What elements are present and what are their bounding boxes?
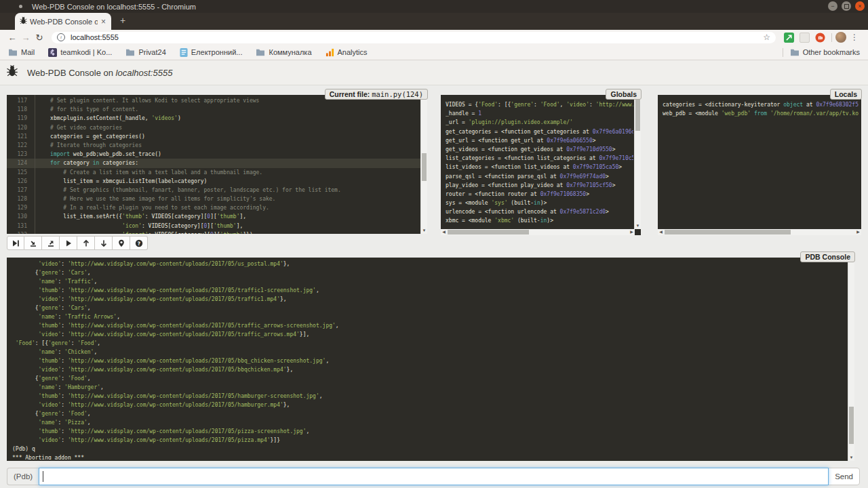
globals-line: get_categories = <function get_categorie… <box>446 127 633 136</box>
console-line: 'video': 'http://www.vidsplay.com/wp-con… <box>12 295 846 304</box>
up-button[interactable] <box>77 236 95 250</box>
globals-view: VIDEOS = {'Food': [{'genre': 'Food', 'vi… <box>446 100 633 228</box>
where-button[interactable] <box>113 236 130 250</box>
scroll-down-icon[interactable]: ▼ <box>421 228 427 234</box>
maximize-button[interactable] <box>842 1 851 11</box>
globals-line: sys = <module 'sys' (built-in)> <box>446 199 633 207</box>
scrollbar-thumb[interactable] <box>448 230 529 235</box>
console-line: 'thumb': 'http://www.vidsplay.com/wp-con… <box>12 357 846 365</box>
bookmark-item[interactable]: Коммуналка <box>256 48 311 56</box>
globals-line: get_url = <function get_url at 0x7f9e6a0… <box>446 136 633 145</box>
help-button[interactable]: ? <box>130 236 148 250</box>
other-bookmarks-button[interactable]: Other bookmarks <box>790 48 860 56</box>
console-line: 'name': 'Chicken', <box>12 348 846 357</box>
console-line: 'thumb': 'http://www.vidsplay.com/wp-con… <box>12 286 846 295</box>
scroll-right-icon[interactable]: ▶ <box>855 229 861 235</box>
pdb-console-label: PDB Console <box>800 251 855 262</box>
folder-icon <box>125 48 135 56</box>
source-line: 124 for category in categories: <box>7 159 420 167</box>
folder-icon <box>790 48 800 56</box>
globals-line: xbmc = <module 'xbmc' (built-in)> <box>446 216 633 225</box>
scrollbar-thumb[interactable] <box>849 407 854 444</box>
source-line: 123 import web_pdb;web_pdb.set_trace() <box>7 150 420 159</box>
minimize-icon: − <box>831 3 834 9</box>
file-panel-vscrollbar[interactable]: ▼ <box>420 95 427 234</box>
bookmark-item[interactable]: teamkodi | Ko... <box>48 48 112 57</box>
minimize-button[interactable]: − <box>828 1 837 11</box>
source-line: 129 # In a real-life plugin you need to … <box>7 203 420 212</box>
scroll-left-icon[interactable]: ◀ <box>441 229 447 235</box>
bookmark-item[interactable]: Privat24 <box>125 48 165 56</box>
address-bar[interactable]: i localhost:5555 ☆ <box>52 32 776 43</box>
console-line: 'name': 'Hamburger', <box>12 383 846 392</box>
bookmark-label: Analytics <box>338 48 368 56</box>
bookmark-star-icon[interactable]: ☆ <box>763 33 770 41</box>
source-line: 127 # Set graphics (thumbnail, fanart, b… <box>7 186 420 195</box>
globals-line: play_video = <function play_video at 0x7… <box>446 181 633 190</box>
scrollbar-thumb[interactable] <box>422 153 427 181</box>
scroll-right-icon[interactable]: ▶ <box>629 229 635 235</box>
console-line: *** Aborting addon *** <box>12 453 846 460</box>
pdb-prompt-bar: (Pdb) Send <box>7 468 860 485</box>
locals-hscrollbar[interactable]: ◀ ▶ <box>658 229 861 235</box>
extension-stop-hand-icon[interactable] <box>815 33 825 43</box>
bookmark-item[interactable]: Mail <box>8 48 35 56</box>
scroll-down-icon[interactable]: ▼ <box>848 455 854 461</box>
toolbar-divider <box>831 33 832 42</box>
console-line: 'video': 'http://www.vidsplay.com/wp-con… <box>12 365 846 374</box>
console-line: 'name': 'Traffic', <box>12 277 846 286</box>
scrollbar-thumb[interactable] <box>635 96 640 131</box>
browser-tab[interactable]: Web-PDB Console on loca × <box>15 13 111 30</box>
console-line: 'video': 'http://www.vidsplay.com/wp-con… <box>12 260 846 268</box>
scrollbar-thumb[interactable] <box>665 230 791 235</box>
tab-title: Web-PDB Console on loca <box>30 18 98 26</box>
bookmark-item[interactable]: Електронний... <box>180 48 243 57</box>
send-button[interactable]: Send <box>828 468 860 485</box>
locals-line: categories = <dictionary-keyiterator obj… <box>663 100 859 109</box>
tab-close-icon[interactable]: × <box>100 17 107 26</box>
source-line: 120 # Get video categories <box>7 123 420 132</box>
scroll-down-icon[interactable]: ▼ <box>635 223 641 229</box>
window-title: Web-PDB Console on localhost:5555 - Chro… <box>32 3 196 11</box>
source-line: 122 # Iterate through categories <box>7 141 420 150</box>
console-line: 'video': 'http://www.vidsplay.com/wp-con… <box>12 330 846 339</box>
step-out-button[interactable] <box>42 236 60 250</box>
continue-button[interactable] <box>60 236 77 250</box>
down-button[interactable] <box>95 236 113 250</box>
globals-panel: Globals VIDEOS = {'Food': [{'genre': 'Fo… <box>441 95 641 235</box>
globals-vscrollbar[interactable]: ▼ <box>634 95 641 229</box>
source-line: 132 'fanart': VIDEOS[category][0]['thumb… <box>7 230 420 234</box>
console-line: 'Food': [{'genre': 'Food', <box>12 339 846 348</box>
chart-icon <box>326 48 334 57</box>
bookmark-item[interactable]: Analytics <box>326 48 368 57</box>
page-title: Web-PDB Console on localhost:5555 <box>27 68 172 78</box>
bookmarks-bar: Mailteamkodi | Ko...Privat24Електронний.… <box>0 45 868 60</box>
extension-green-arrow-icon[interactable] <box>784 33 794 43</box>
console-output: 'video': 'http://www.vidsplay.com/wp-con… <box>12 260 846 460</box>
bookmark-label: Mail <box>21 48 35 56</box>
new-tab-button[interactable]: + <box>117 15 129 27</box>
reload-icon[interactable]: ↻ <box>33 33 46 42</box>
profile-avatar[interactable] <box>835 32 846 43</box>
extension-disabled-icon[interactable] <box>800 33 810 43</box>
pdb-command-input[interactable] <box>39 468 829 485</box>
close-button[interactable]: × <box>855 1 865 11</box>
locals-panel: Locals categories = <dictionary-keyitera… <box>658 95 861 235</box>
browser-menu-icon[interactable]: ⋮ <box>850 33 859 41</box>
web-pdb-bug-icon <box>5 64 19 81</box>
globals-line: router = <function router at 0x7f9e71068… <box>446 190 633 199</box>
back-icon[interactable]: ← <box>5 33 19 42</box>
console-vscrollbar[interactable]: ▼ <box>848 258 854 461</box>
forward-icon[interactable]: → <box>19 33 33 42</box>
window-titlebar: Web-PDB Console on localhost:5555 - Chro… <box>0 0 868 13</box>
url-text[interactable]: localhost:5555 <box>71 33 763 41</box>
folder-icon <box>256 48 265 56</box>
globals-hscrollbar[interactable]: ◀ ▶ <box>441 229 635 235</box>
scroll-left-icon[interactable]: ◀ <box>658 229 664 235</box>
globals-line: parse_qsl = <function parse_qsl at 0x7f9… <box>446 172 633 181</box>
step-into-button[interactable] <box>24 236 42 250</box>
window-icon <box>19 5 22 8</box>
console-line: 'video': 'http://www.vidsplay.com/wp-con… <box>12 436 846 445</box>
site-info-icon[interactable]: i <box>57 33 65 41</box>
next-button[interactable] <box>7 236 24 250</box>
